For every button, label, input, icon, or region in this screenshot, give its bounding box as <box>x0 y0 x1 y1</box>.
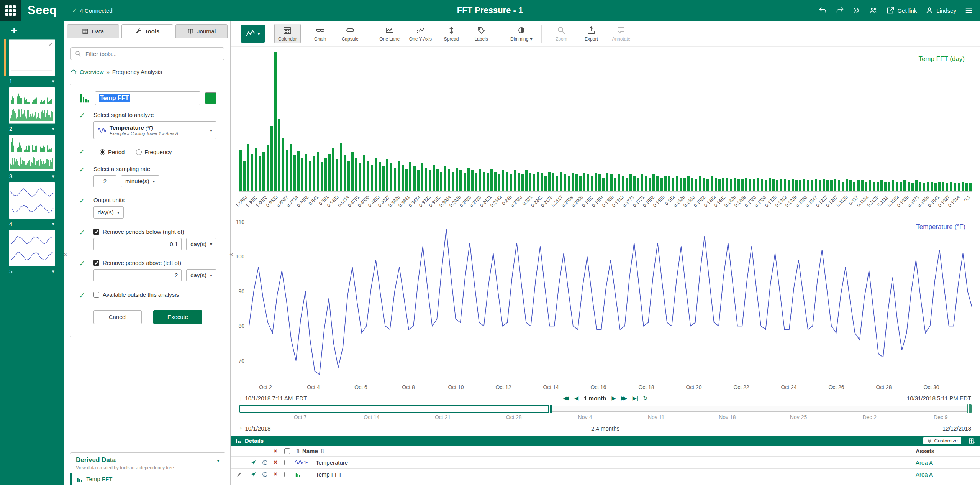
customize-button[interactable]: Customize <box>923 437 961 444</box>
navigate-to-item-icon[interactable] <box>247 472 259 477</box>
select-item-checkbox[interactable] <box>284 460 290 465</box>
display-range-end[interactable]: 10/31/2018 5:11 PM EDT <box>907 395 971 401</box>
remove-above-unit-select[interactable]: day(s)▾ <box>186 269 216 281</box>
breadcrumb-overview-link[interactable]: Overview <box>80 69 104 75</box>
asset-link[interactable]: Area A <box>916 471 933 478</box>
asset-link[interactable]: Area A <box>916 459 933 466</box>
connection-status[interactable]: ✓ 4 Connected <box>72 7 112 14</box>
timezone-link[interactable]: EDT <box>295 395 307 401</box>
timezone-link[interactable]: EDT <box>960 395 971 401</box>
undo-button[interactable] <box>819 6 827 15</box>
remove-item-icon[interactable]: × <box>270 470 280 478</box>
home-icon[interactable] <box>70 69 77 75</box>
sampling-rate-input[interactable] <box>93 175 116 187</box>
add-worksheet-button[interactable]: + <box>0 21 64 37</box>
execute-button[interactable]: Execute <box>153 310 202 324</box>
select-all-checkbox[interactable] <box>284 448 290 454</box>
remove-above-checkbox[interactable]: Remove periods above (left of) <box>93 260 216 266</box>
toolbar-calendar-button[interactable]: Calendar <box>274 24 301 43</box>
output-units-select[interactable]: day(s)▾ <box>93 206 124 219</box>
step-forward-half-button[interactable]: ▶ <box>611 395 616 401</box>
worksheet-thumbnail[interactable] <box>9 87 55 124</box>
investigate-range-end[interactable]: 12/12/2018 <box>942 425 971 432</box>
toolbar-capsule-button[interactable]: Capsule <box>340 26 361 42</box>
toolbar-labels-button[interactable]: Labels <box>471 26 492 42</box>
worksheet-thumbnail[interactable] <box>9 135 55 171</box>
tab-data[interactable]: Data <box>67 24 119 38</box>
temperature-chart[interactable] <box>249 219 972 381</box>
collaborators-button[interactable] <box>869 6 878 15</box>
worksheet-thumbnail[interactable] <box>9 230 55 266</box>
remove-below-checkbox[interactable]: Remove periods below (right of) <box>93 229 216 235</box>
chevron-down-icon[interactable]: ▾ <box>217 457 220 464</box>
toolbar-export-button[interactable]: Export <box>581 26 601 42</box>
info-icon[interactable] <box>259 472 270 477</box>
toolbar-spread-button[interactable]: Spread <box>441 26 462 42</box>
navigate-to-item-icon[interactable] <box>247 460 259 465</box>
duration-label[interactable]: 1 month <box>584 395 606 401</box>
edit-worksheet-icon[interactable] <box>49 41 53 48</box>
step-back-full-button[interactable]: ◀◀ <box>563 395 569 401</box>
get-link-button[interactable]: Get link <box>886 6 917 15</box>
available-outside-checkbox[interactable]: Available outside this analysis <box>93 291 216 298</box>
remove-below-value-input[interactable] <box>93 238 182 250</box>
item-name[interactable]: Temperature <box>316 459 348 466</box>
tool-name-input[interactable]: Temp FFT <box>95 91 200 105</box>
toolbar-one-lane-button[interactable]: One Lane <box>379 26 400 42</box>
collapse-worksheet-panel-handle[interactable]: « <box>62 248 68 260</box>
app-switcher-button[interactable] <box>0 0 21 21</box>
item-name[interactable]: Temp FFT <box>316 471 342 478</box>
fast-forward-button[interactable] <box>852 6 861 15</box>
remove-above-value-input[interactable] <box>93 269 182 281</box>
worksheet-thumbnail[interactable] <box>9 39 55 76</box>
remove-below-unit-select[interactable]: day(s)▾ <box>186 238 216 250</box>
fft-chart[interactable] <box>239 51 972 192</box>
sort-icon[interactable]: ⇅ <box>296 448 300 454</box>
step-forward-full-button[interactable]: ▶▶ <box>621 395 627 401</box>
chevron-down-icon[interactable]: ▾ <box>52 78 54 84</box>
derived-data-header[interactable]: Derived Data View data created by tools … <box>70 453 225 473</box>
hamburger-menu-button[interactable] <box>965 6 973 15</box>
cancel-button[interactable]: Cancel <box>93 310 142 324</box>
timeline-selection-handle[interactable] <box>548 405 552 413</box>
step-back-half-button[interactable]: ◀ <box>574 395 578 401</box>
signal-select[interactable]: Temperature (°F) Example » Cooling Tower… <box>93 121 216 139</box>
toolbar-one-y-axis-button[interactable]: One Y-Axis <box>409 26 432 42</box>
investigate-timeline[interactable] <box>239 406 971 412</box>
worksheet-thumbnail[interactable] <box>9 182 55 219</box>
sampling-unit-select[interactable]: minute(s)▾ <box>121 175 159 187</box>
toolbar-chain-button[interactable]: Chain <box>310 26 331 42</box>
period-radio[interactable]: Period <box>100 149 125 155</box>
user-menu[interactable]: Lindsey <box>925 6 956 15</box>
derived-item-link[interactable]: Temp FFT <box>86 476 112 482</box>
sort-icon[interactable]: ⇅ <box>320 448 324 454</box>
toolbar-annotate-button[interactable]: Annotate <box>611 26 631 42</box>
remove-all-button[interactable]: × <box>270 447 280 455</box>
tab-tools[interactable]: Tools <box>121 24 174 38</box>
chevron-down-icon[interactable]: ▾ <box>52 126 54 132</box>
chevron-down-icon[interactable]: ▾ <box>52 221 54 227</box>
frequency-radio[interactable]: Frequency <box>136 149 172 155</box>
redo-button[interactable] <box>836 6 844 15</box>
investigate-range-start[interactable]: ↑ 10/1/2018 <box>239 425 270 432</box>
toolbar-zoom-button[interactable]: Zoom <box>551 26 572 42</box>
color-swatch-button[interactable] <box>205 92 216 104</box>
chevron-down-icon[interactable]: ▾ <box>52 173 54 179</box>
chart-type-button[interactable]: ▾ <box>241 25 265 43</box>
collapse-tool-panel-handle[interactable]: « <box>228 248 234 260</box>
step-to-end-button[interactable]: ▶ <box>633 395 638 401</box>
timeline-selection[interactable] <box>239 405 551 413</box>
investigate-duration-label[interactable]: 2.4 months <box>591 425 619 432</box>
chevron-down-icon[interactable]: ▾ <box>52 268 54 274</box>
tab-journal[interactable]: Journal <box>175 24 228 38</box>
timeline-end-handle[interactable] <box>967 404 972 413</box>
edit-item-icon[interactable] <box>231 472 247 477</box>
search-input[interactable] <box>70 47 224 60</box>
info-icon[interactable] <box>259 460 270 465</box>
toolbar-dimming-button[interactable]: Dimming▾ <box>510 26 532 42</box>
seeq-logo[interactable]: Seeq <box>28 3 57 17</box>
add-column-icon[interactable] <box>969 437 975 444</box>
refresh-icon[interactable]: ↻ <box>643 395 648 401</box>
display-range-start[interactable]: ↓ 10/1/2018 7:11 AM EDT <box>239 395 307 401</box>
remove-item-icon[interactable]: × <box>270 459 280 466</box>
